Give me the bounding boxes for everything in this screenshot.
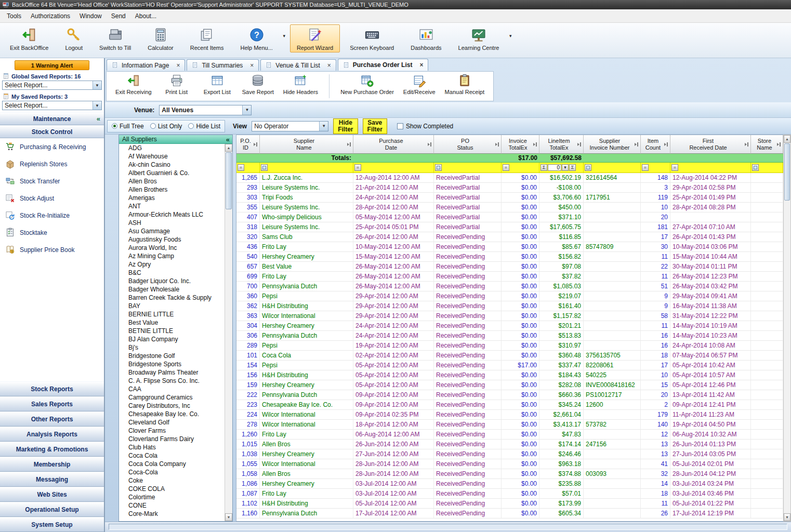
sidebar-item-stocktake[interactable]: Stocktake [0,224,104,241]
supplier-item[interactable]: Carey Distributors, Inc [119,402,225,410]
action-save-report[interactable]: Save Report [238,72,279,100]
supplier-item[interactable]: Bridgestone Sports [119,360,225,368]
po-row[interactable]: 293Leisure Systems Inc.21-Apr-2014 12:00… [236,183,783,193]
collapse-chevron-icon[interactable]: « [97,115,100,123]
toolbar-learning-centre[interactable]: Learning Centre▾ [452,24,506,52]
supplier-tree-root[interactable]: All Suppliers « [119,135,232,144]
supplier-item[interactable]: Cloverland Farms Dairy [119,435,225,443]
radio-full-tree[interactable]: Full Tree [112,123,144,130]
supplier-item[interactable]: BERNIE LITTLE [119,310,225,318]
sidebar-item-stock-adjust[interactable]: Stock Adjust [0,190,104,207]
po-row[interactable]: 1,055Wilcor International28-Jun-2014 12:… [236,459,783,469]
po-row[interactable]: 159Hershey Creamery05-Apr-2014 12:00 AMR… [236,380,783,390]
po-row[interactable]: 154Pepsi05-Apr-2014 12:00 AMReceivedPend… [236,361,783,370]
sidebar-item-replenish-stores[interactable]: Replenish Stores [0,155,104,172]
sidebar-item-supplier-price-book[interactable]: $Supplier Price Book [0,241,104,258]
supplier-item[interactable]: BAY [119,302,225,310]
section-messaging[interactable]: Messaging [0,472,104,487]
supplier-item[interactable]: Amerigas [119,194,225,202]
supplier-item[interactable]: Best Value [119,318,225,327]
scrollbar-thumb[interactable] [784,143,790,201]
po-row[interactable]: 436Frito Lay10-May-2014 12:00 AMReceived… [236,242,783,252]
menu-window[interactable]: Window [75,10,107,22]
supplier-item[interactable]: Chesapeake Bay Ice. Co. [119,410,225,418]
action-manual-receipt[interactable]: Manual Receipt [440,72,489,100]
chevron-down-icon[interactable]: ▼ [319,122,328,131]
po-row[interactable]: 318Leisure Systems Inc.25-Apr-2014 05:01… [236,222,783,232]
filter-equals-icon[interactable]: = [642,164,649,171]
po-row[interactable]: 289Pepsi19-Apr-2014 12:00 AMReceivedPend… [236,341,783,351]
menu-about[interactable]: About... [130,10,161,22]
supplier-item[interactable]: COKE COLA [119,485,225,493]
supplier-item[interactable]: ASH [119,219,225,227]
supplier-scrollbar[interactable]: ▲ ▼ [225,144,232,521]
supplier-item[interactable]: Core-Mark [119,510,225,518]
supplier-item[interactable]: Allen Brothers [119,185,225,194]
action-edit-receive[interactable]: Edit/Receive [399,72,440,100]
chevron-down-icon[interactable]: ▾ [283,33,285,38]
po-row[interactable]: 540Hershey Creamery15-May-2014 12:00 AMR… [236,252,783,262]
section-analysis-reports[interactable]: Analysis Reports [0,427,104,442]
radio-list-only[interactable]: List Only [150,123,182,130]
supplier-item[interactable]: Coca Cola [119,451,225,460]
column-header-po-status[interactable]: PO Status [434,135,502,154]
supplier-item[interactable]: ANT [119,202,225,210]
po-row[interactable]: 222Pennsylvania Dutch09-Apr-2014 12:00 A… [236,390,783,400]
venue-select[interactable]: All Venues ▼ [159,105,252,115]
column-header-invoice-totalex[interactable]: Invoice TotalEx [502,135,539,154]
filter-equals-icon[interactable]: = [671,164,678,171]
filter-aggregate-control[interactable]: Σ0▾Σ [540,164,576,171]
column-header-purchase-date[interactable]: Purchase Date [353,135,434,154]
action-export-list[interactable]: Export List [197,72,238,100]
toolbar-recent-items[interactable]: Recent Items [183,24,231,52]
po-row[interactable]: 362H&H Distributing29-Apr-2014 12:00 AMR… [236,301,783,311]
filter-type-icon[interactable] [261,164,268,171]
po-row[interactable]: 657Best Value26-May-2014 12:00 AMReceive… [236,262,783,272]
po-row[interactable]: 101Coca Cola02-Apr-2014 12:00 AMReceived… [236,351,783,361]
section-operational-setup[interactable]: Operational Setup [0,502,104,517]
supplier-item[interactable]: BJ Alan Company [119,335,225,343]
action-new-purchase-order[interactable]: New Purchase Order [336,72,399,100]
save-filter-button[interactable]: Save Filter [363,118,387,134]
supplier-item[interactable]: Club Hats [119,443,225,451]
scroll-up-icon[interactable]: ▲ [225,144,232,152]
supplier-item[interactable]: Ak-chin Casino [119,161,225,169]
supplier-item[interactable]: Campground Ceramics [119,393,225,402]
toolbar-dashboards[interactable]: Dashboards [404,24,448,52]
po-row[interactable]: 306Pennsylvania Dutch24-Apr-2014 12:00 A… [236,331,783,341]
chevron-down-icon[interactable]: ▾ [509,33,512,38]
column-header-first-received-date[interactable]: First Received Date [670,135,751,154]
supplier-item[interactable]: Coca Cola Company [119,460,225,468]
toolbar-exit-backoffice[interactable]: Exit BackOffice [3,24,55,52]
po-row[interactable]: 320Sams Club26-Apr-2014 12:00 AMReceived… [236,232,783,242]
section-other-reports[interactable]: Other Reports [0,411,104,427]
section-system-setup[interactable]: System Setup [0,517,104,532]
supplier-item[interactable]: Badger Liquor Co. Inc. [119,277,225,285]
toolbar-report-wizard[interactable]: Report Wizard [290,24,340,52]
scrollbar-thumb[interactable] [226,152,232,209]
action-print-list[interactable]: Print List [156,72,197,100]
filter-type-icon[interactable] [752,164,759,171]
supplier-item[interactable]: Af Warehouse [119,152,225,161]
tab-till-summaries[interactable]: Till Summaries× [187,59,259,71]
close-icon[interactable]: × [327,62,331,69]
po-row[interactable]: 303Tripi Foods24-Apr-2014 12:00 AMReceiv… [236,193,783,203]
supplier-item[interactable]: Barren Creek Tackle & Supply [119,294,225,302]
po-row[interactable]: 1,038Hershey Creamery27-Jun-2014 12:00 A… [236,449,783,459]
close-icon[interactable]: × [419,61,423,69]
filter-equals-icon[interactable]: = [238,164,244,171]
scroll-up-icon[interactable]: ▲ [784,135,790,143]
section-marketing-promotions[interactable]: Marketing & Promotions [0,442,104,457]
radio-hide-list[interactable]: Hide List [188,123,220,130]
tab-information-page[interactable]: Information Page× [107,59,185,71]
menu-tools[interactable]: Tools [2,10,26,22]
supplier-item[interactable]: Cleveland Golf [119,418,225,427]
supplier-item[interactable]: ADG [119,144,225,152]
sidebar-item-stock-re-initialize[interactable]: Stock Re-Initialize [0,207,104,224]
column-header-store-name[interactable]: Store Name [751,135,783,154]
po-row[interactable]: 1,015Allen Bros26-Jun-2014 12:00 AMRecei… [236,440,783,449]
supplier-item[interactable]: Broadway Palms Theater [119,368,225,377]
section-stock-control[interactable]: Stock Control [0,125,104,138]
supplier-item[interactable]: Allen Bros [119,177,225,185]
po-row[interactable]: 304Hershey Creamery24-Apr-2014 12:00 AMR… [236,321,783,331]
